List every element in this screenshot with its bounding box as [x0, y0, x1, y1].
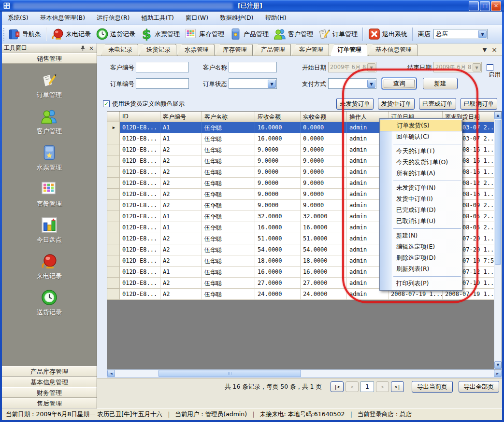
context-menu-item[interactable]: 未发货订单(N) [380, 183, 462, 194]
chevron-down-icon[interactable]: ▼ [268, 80, 276, 88]
enable-checkbox[interactable] [487, 64, 493, 71]
minimize-button[interactable]: — [469, 1, 479, 11]
menubar-item[interactable]: 窗口(W) [180, 12, 214, 24]
maximize-button[interactable]: □ [480, 1, 490, 11]
sidebar-section[interactable]: 产品库存管理 [2, 366, 97, 377]
chevron-down-icon[interactable]: ▼ [473, 63, 481, 71]
color-checkbox[interactable]: ✓ [103, 100, 110, 107]
toolbar-button-order[interactable]: 订单管理 [316, 26, 360, 42]
column-header-4[interactable]: 实收金额 [301, 112, 347, 122]
horizontal-scrollbar-track[interactable] [115, 370, 494, 377]
context-menu-item[interactable]: 删除选定项(D) [380, 253, 462, 264]
menubar-item[interactable]: 运行信息(R) [91, 12, 135, 24]
export-current-page-button[interactable]: 导出当前页 [412, 381, 453, 393]
sidebar-section-sales[interactable]: 销售管理 [2, 53, 97, 64]
toolbar-button-product[interactable]: 产品管理 [227, 26, 271, 42]
end-date-picker[interactable]: 2009年 6月 8日 ▼ [433, 62, 482, 72]
query-button[interactable]: 查询 [382, 78, 417, 89]
tab-3[interactable]: 库存管理 [216, 44, 253, 56]
context-menu-item[interactable]: 编辑选定项(E) [380, 241, 462, 253]
context-menu-item[interactable]: 已取消订单(U) [380, 216, 462, 227]
sidebar-item[interactable]: 套餐管理 [37, 180, 62, 208]
menubar-item[interactable]: 基本信息管理(B) [34, 12, 91, 24]
prev-page-button[interactable]: < [346, 381, 359, 392]
context-menu-item[interactable]: 今天的订单(T) [380, 146, 462, 157]
chevron-down-icon[interactable]: ▼ [478, 30, 487, 38]
new-button[interactable]: 新建 [423, 78, 458, 89]
close-button[interactable]: × [491, 1, 501, 11]
column-header-1[interactable]: 客户编号 [160, 112, 202, 122]
horizontal-scrollbar[interactable]: ◄ ► [107, 369, 502, 378]
toolbar-button-dollar[interactable]: $水票管理 [138, 26, 182, 42]
context-menu-item[interactable]: 回单确认(C) [380, 131, 462, 142]
toolbar-button-exit[interactable]: 退出系统 [365, 26, 410, 42]
toolbar-button-bell[interactable]: 来电记录 [49, 26, 93, 42]
status-filter-button[interactable]: 未发货订单 [336, 98, 374, 110]
sidebar-item[interactable]: 送货记录 [37, 289, 62, 317]
close-tool-window-icon[interactable]: × [88, 45, 95, 52]
sidebar-item[interactable]: 订单管理 [37, 71, 62, 99]
order-status-combobox[interactable]: ▼ [229, 78, 277, 89]
column-header-0[interactable]: ID [120, 112, 160, 122]
sidebar-section[interactable]: 财务管理 [2, 387, 97, 398]
status-filter-button[interactable]: 已完成订单 [419, 98, 456, 110]
chevron-down-icon[interactable]: ▼ [367, 80, 375, 88]
toolbar-button-inventory[interactable]: 库存管理 [182, 26, 227, 42]
menubar-item[interactable]: 数据维护(D) [214, 12, 259, 24]
sidebar-item[interactable]: 来电记录 [37, 253, 62, 281]
status-filter-button[interactable]: 发货中订单 [378, 98, 415, 110]
tab-2[interactable]: 水票管理 [177, 44, 215, 56]
toolbar-button-clock[interactable]: 送货记录 [93, 26, 138, 42]
column-header-3[interactable]: 应收金额 [255, 112, 301, 122]
context-menu-item[interactable]: 刷新列表(R) [380, 264, 462, 275]
sidebar-section[interactable]: 售后管理 [2, 398, 97, 408]
column-header-2[interactable]: 客户名称 [202, 112, 255, 122]
sidebar-section[interactable]: 基本信息管理 [2, 377, 97, 387]
vertical-scrollbar-thumb[interactable] [495, 120, 501, 265]
menubar-item[interactable]: 系统(S) [2, 12, 34, 24]
context-menu-item[interactable]: 所有的订单(A) [380, 168, 462, 179]
tab-1[interactable]: 送货记录 [139, 44, 176, 56]
scroll-left-icon[interactable]: ◄ [107, 370, 115, 377]
customer-no-input[interactable] [136, 62, 189, 72]
vertical-scrollbar[interactable]: ▲ ▼ [494, 112, 502, 369]
menubar-item[interactable]: 帮助(H) [259, 12, 292, 24]
toolbar-grip[interactable] [3, 28, 4, 41]
sidebar-item[interactable]: 水票管理 [37, 144, 62, 172]
tab-7[interactable]: 基本信息管理 [368, 44, 418, 56]
toolbar-button-navigator[interactable]: 导航条 [5, 26, 43, 42]
tab-menu-icon[interactable]: ▼ [483, 47, 487, 53]
next-page-button[interactable]: > [376, 381, 389, 392]
tab-5[interactable]: 客户管理 [292, 44, 329, 56]
scroll-up-icon[interactable]: ▲ [494, 112, 502, 119]
status-filter-button[interactable]: 已取消订单 [461, 98, 498, 110]
tab-0[interactable]: 来电记录 [101, 44, 138, 56]
first-page-button[interactable]: |< [331, 381, 344, 392]
context-menu-item[interactable]: 已完成订单(D) [380, 205, 462, 216]
order-no-input[interactable] [136, 78, 189, 89]
sidebar-item[interactable]: 客户管理 [37, 108, 62, 136]
pay-method-combobox[interactable]: ▼ [328, 78, 376, 89]
export-all-pages-button[interactable]: 导出全部页 [459, 381, 500, 393]
scroll-down-icon[interactable]: ▼ [494, 361, 502, 369]
start-date-picker[interactable]: 2009年 6月 8日 ▼ [328, 62, 376, 72]
last-page-button[interactable]: >| [391, 381, 404, 392]
sidebar-item[interactable]: 今日盘点 [37, 216, 62, 244]
context-menu-item[interactable]: 新建(N) [380, 230, 462, 241]
context-menu-item[interactable]: 今天的发货订单(O) [380, 157, 462, 168]
tab-close-icon[interactable]: × [491, 46, 497, 54]
chevron-down-icon[interactable]: ▼ [367, 63, 375, 71]
horizontal-scrollbar-thumb[interactable] [158, 370, 301, 377]
context-menu-item[interactable]: 发货中订单(I) [380, 194, 462, 205]
pin-icon[interactable] [79, 45, 86, 52]
scroll-right-icon[interactable]: ► [494, 370, 502, 377]
context-menu-item[interactable]: 订单发货(S) [380, 120, 462, 131]
shop-combobox[interactable]: 总店 ▼ [433, 29, 488, 39]
context-menu-item[interactable]: 打印列表(P) [380, 278, 462, 289]
page-number-input[interactable] [360, 381, 374, 392]
tab-6[interactable]: 订单管理 [330, 44, 367, 56]
customer-name-input[interactable] [229, 62, 277, 72]
tab-4[interactable]: 产品管理 [254, 44, 291, 56]
menubar-item[interactable]: 辅助工具(T) [136, 12, 180, 24]
toolbar-button-customers[interactable]: 客户管理 [271, 26, 316, 42]
